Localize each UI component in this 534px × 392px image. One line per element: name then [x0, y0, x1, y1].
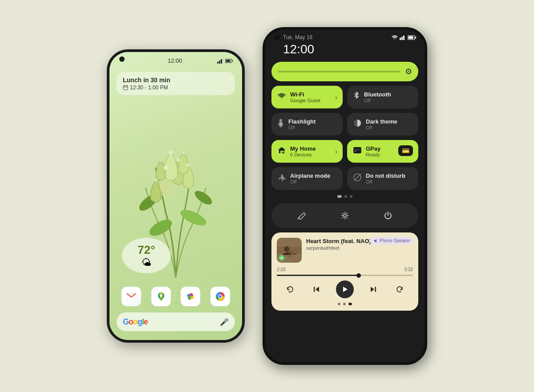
app-chrome-icon[interactable]	[210, 287, 230, 306]
dnd-tile-sub: Off	[366, 179, 405, 184]
wifi-tile-sub: Google Guest	[290, 98, 320, 103]
svg-rect-43	[354, 151, 356, 152]
tile-flashlight[interactable]: Flashlight Off	[271, 113, 343, 136]
myhome-tile-title: My Home	[290, 145, 316, 152]
battery-icon-right	[408, 35, 417, 40]
weather-sun-icon: 🌤	[142, 257, 151, 268]
wifi-icon	[392, 35, 398, 40]
svg-rect-3	[222, 58, 223, 64]
svg-rect-30	[401, 37, 403, 40]
page-dot-3	[350, 195, 352, 198]
music-dot-2	[343, 303, 346, 305]
svg-rect-39	[280, 151, 282, 153]
svg-rect-58	[375, 287, 376, 292]
app-row	[117, 287, 235, 306]
svg-rect-36	[279, 125, 282, 127]
edit-toolbar-btn[interactable]	[294, 208, 310, 224]
svg-rect-5	[232, 60, 233, 61]
svg-point-19	[169, 151, 173, 155]
svg-rect-29	[400, 38, 401, 40]
progress-thumb	[356, 273, 361, 278]
tile-darktheme[interactable]: Dark theme Off	[347, 113, 418, 136]
airplane-tile-text: Airplane mode Off	[290, 172, 330, 184]
forward-btn[interactable]: 5	[392, 282, 407, 296]
tile-dnd[interactable]: Do not disturb Off	[347, 167, 418, 190]
play-pause-btn[interactable]	[336, 280, 354, 298]
weather-temperature: 72°	[138, 243, 155, 257]
svg-point-37	[279, 123, 282, 125]
tile-airplane[interactable]: Airplane mode Off	[271, 167, 343, 190]
airplane-tile-title: Airplane mode	[290, 172, 330, 179]
svg-point-15	[164, 166, 168, 170]
progress-bar-container[interactable]: 2:20 3:32	[277, 267, 413, 276]
punch-hole-camera-left	[119, 56, 125, 62]
notification-title: Lunch in 30 min	[123, 76, 229, 84]
tile-wifi[interactable]: Wi-Fi Google Guest ›	[271, 86, 343, 108]
music-dot-1	[338, 303, 340, 305]
darktheme-tile-sub: Off	[366, 125, 397, 130]
album-play-btn[interactable]: ▶	[279, 255, 285, 261]
darktheme-tile-title: Dark theme	[366, 118, 397, 125]
dnd-tile-icon	[353, 173, 361, 184]
replay-btn[interactable]: 5	[283, 282, 297, 296]
dnd-tile-text: Do not disturb Off	[366, 172, 405, 184]
svg-rect-2	[221, 59, 222, 64]
svg-marker-54	[316, 287, 319, 292]
brightness-slider[interactable]: ⚙	[271, 62, 418, 81]
app-maps-icon[interactable]	[151, 287, 171, 306]
svg-point-14	[193, 188, 214, 207]
gpay-tile-title: GPay	[366, 145, 380, 152]
page-dot-2	[344, 195, 347, 198]
tile-myhome[interactable]: My Home 6 Devices ›	[271, 140, 343, 163]
svg-rect-55	[314, 287, 315, 292]
music-dots	[277, 303, 413, 305]
progress-track[interactable]	[277, 275, 413, 276]
flashlight-tile-icon	[278, 119, 284, 130]
punch-hole-camera-right	[274, 35, 279, 40]
app-photos-icon[interactable]	[181, 287, 200, 306]
mic-icon[interactable]: 🎤	[220, 318, 229, 326]
left-status-icons	[217, 58, 233, 64]
svg-marker-56	[343, 287, 348, 292]
search-bar[interactable]: Google 🎤	[117, 312, 235, 331]
dock-area: Google 🎤	[109, 287, 242, 340]
wifi-tile-text: Wi-Fi Google Guest	[290, 91, 320, 103]
svg-point-47	[344, 214, 346, 217]
gpay-tile-icon	[353, 146, 361, 156]
time-row: 2:20 3:32	[277, 267, 413, 272]
tile-gpay[interactable]: GPay Ready 💳	[347, 140, 418, 163]
settings-toolbar-btn[interactable]	[337, 208, 353, 224]
right-phone: Tue, May 18	[263, 27, 427, 365]
svg-rect-42	[353, 149, 361, 151]
svg-marker-57	[371, 287, 374, 292]
power-toolbar-btn[interactable]	[380, 208, 396, 224]
svg-rect-34	[409, 36, 413, 39]
current-time: 2:20	[277, 267, 285, 272]
next-btn[interactable]	[366, 282, 380, 296]
left-time: 12:00	[168, 57, 182, 64]
left-phone: 12:00 Lunch in 30 min	[107, 49, 245, 343]
svg-rect-33	[415, 36, 417, 38]
svg-point-17	[154, 179, 158, 182]
phone-speaker-badge[interactable]: Phone Speaker	[370, 237, 414, 244]
app-gmail-icon[interactable]	[121, 287, 141, 306]
tile-bluetooth[interactable]: Bluetooth Off	[347, 86, 418, 108]
airplane-tile-sub: Off	[290, 179, 330, 184]
progress-fill	[277, 275, 359, 276]
airplane-tile-icon	[278, 173, 286, 184]
svg-line-46	[298, 218, 299, 220]
svg-rect-31	[403, 36, 405, 40]
myhome-tile-sub: 6 Devices	[290, 152, 316, 157]
myhome-tile-icon	[278, 146, 286, 156]
brightness-gear-icon[interactable]: ⚙	[405, 67, 412, 76]
gpay-card-icon: 💳	[398, 145, 413, 156]
music-artist: serpentwithfeet	[306, 245, 413, 251]
music-card[interactable]: ▶ Heart Storm (feat. NAO) serpentwithfee…	[271, 232, 418, 311]
myhome-chevron-icon: ›	[335, 148, 337, 155]
right-status-icons	[392, 35, 417, 40]
flashlight-tile-title: Flashlight	[288, 118, 316, 125]
svg-rect-40	[282, 151, 284, 152]
darktheme-tile-text: Dark theme Off	[366, 118, 397, 130]
prev-btn[interactable]	[309, 282, 324, 296]
page-dot-1	[337, 195, 342, 198]
